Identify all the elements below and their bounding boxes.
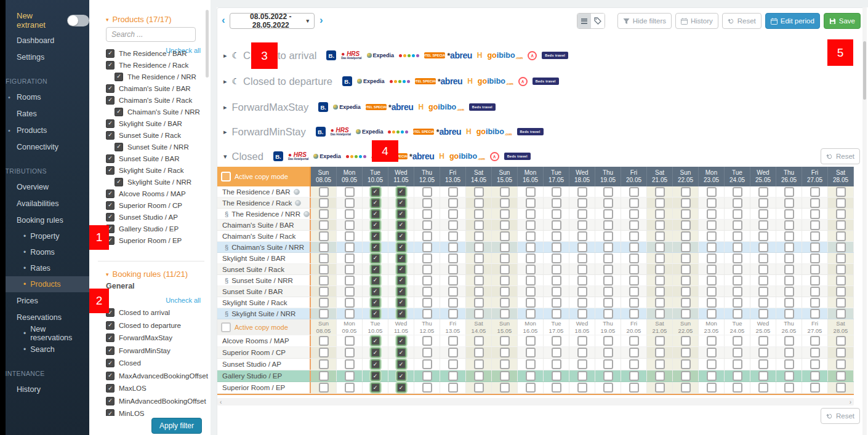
cell-the-residence-bar-17.05[interactable] — [544, 186, 569, 197]
grid-checkbox[interactable] — [836, 242, 846, 252]
cell-chaiman-s-suite-bar-12.05[interactable] — [414, 220, 440, 230]
grid-checkbox[interactable] — [733, 348, 742, 357]
cell-chaiman-s-suite-bar-11.05[interactable]: ✓ — [388, 220, 414, 230]
grid-checkbox-checked[interactable]: ✓ — [371, 265, 380, 274]
grid-checkbox[interactable] — [422, 309, 432, 319]
grid-checkbox[interactable] — [836, 231, 846, 241]
cell-the-residence-nrr-08.05[interactable] — [311, 209, 337, 219]
cell-skylight-suite-rack-10.05[interactable]: ✓ — [363, 297, 388, 308]
cell-chaiman-s-suite-rack-16.05[interactable] — [518, 231, 544, 241]
cell-sunset-suite-rack-12.05[interactable] — [414, 264, 440, 274]
cell-sunset-suite-nrr-25.05[interactable] — [750, 275, 776, 285]
grid-checkbox[interactable] — [500, 198, 510, 208]
grid-checkbox[interactable] — [810, 265, 820, 274]
grid-checkbox[interactable] — [422, 187, 432, 197]
cell-alcove-rooms-map-15.05[interactable] — [492, 335, 518, 346]
checked-checkbox-icon[interactable]: ✓ — [106, 96, 115, 105]
cell-superior-room-ep-22.05[interactable] — [673, 382, 699, 393]
grid-checkbox[interactable] — [448, 383, 458, 393]
cell-alcove-rooms-map-13.05[interactable] — [440, 335, 466, 346]
cell-sunset-studio-ap-27.05[interactable] — [802, 359, 828, 370]
cell-gallery-studio-ep-13.05[interactable] — [440, 370, 466, 381]
grid-checkbox[interactable] — [836, 383, 846, 393]
grid-checkbox[interactable] — [836, 187, 846, 197]
cell-sunset-suite-bar-10.05[interactable]: ✓ — [363, 286, 388, 297]
cell-alcove-rooms-map-24.05[interactable] — [725, 335, 750, 346]
grid-checkbox[interactable] — [526, 336, 536, 346]
product-filter-skylight-suite-bar[interactable]: ✓Skylight Suite / BAR — [106, 118, 206, 129]
cell-the-residence-bar-08.05[interactable] — [311, 186, 337, 197]
cell-the-residence-nrr-28.05[interactable] — [828, 209, 854, 219]
cell-sunset-suite-bar-18.05[interactable] — [569, 286, 595, 297]
cell-the-residence-nrr-14.05[interactable] — [466, 209, 492, 219]
edit-period-button[interactable]: Edit period — [765, 13, 820, 29]
cell-the-residence-nrr-27.05[interactable] — [802, 209, 828, 219]
grid-checkbox[interactable] — [319, 220, 329, 230]
grid-checkbox-checked[interactable]: ✓ — [371, 220, 380, 230]
grid-checkbox-checked[interactable]: ✓ — [396, 371, 406, 381]
search-input[interactable] — [106, 27, 196, 42]
cell-superior-room-ep-09.05[interactable] — [337, 382, 363, 393]
grid-checkbox-checked[interactable]: ✓ — [396, 359, 406, 369]
grid-checkbox[interactable] — [526, 383, 536, 393]
checked-checkbox-icon[interactable]: ✓ — [106, 321, 115, 330]
cell-the-residence-bar-25.05[interactable] — [750, 186, 776, 197]
hide-filters-button[interactable]: Hide filters — [617, 13, 672, 29]
new-extranet-toggle[interactable] — [67, 15, 89, 26]
grid-checkbox-checked[interactable]: ✓ — [396, 348, 406, 357]
cell-skylight-suite-bar-09.05[interactable] — [337, 253, 363, 263]
cell-superior-room-ep-18.05[interactable] — [569, 382, 595, 393]
grid-checkbox[interactable] — [681, 371, 691, 381]
cell-sunset-suite-bar-19.05[interactable] — [595, 286, 621, 297]
checked-checkbox-icon[interactable]: ✓ — [106, 119, 115, 128]
cell-skylight-suite-rack-14.05[interactable] — [466, 297, 492, 308]
cell-skylight-suite-bar-16.05[interactable] — [518, 253, 544, 263]
cell-chaiman-s-suite-rack-17.05[interactable] — [544, 231, 569, 241]
grid-checkbox[interactable] — [733, 265, 742, 274]
column-header-14.05[interactable]: Sat14.05 — [466, 167, 492, 186]
cell-the-residence-rack-10.05[interactable]: ✓ — [363, 198, 388, 208]
grid-checkbox[interactable] — [552, 242, 561, 252]
cell-chaiman-s-suite-nrr-19.05[interactable] — [595, 242, 621, 252]
grid-checkbox[interactable] — [577, 287, 587, 297]
cell-superior-room-cp-12.05[interactable] — [414, 347, 440, 358]
grid-checkbox[interactable] — [681, 231, 691, 241]
cell-gallery-studio-ep-28.05[interactable] — [828, 370, 854, 381]
cell-sunset-suite-bar-14.05[interactable] — [466, 286, 492, 297]
grid-checkbox[interactable] — [319, 348, 329, 357]
cell-the-residence-bar-21.05[interactable] — [647, 186, 673, 197]
cell-sunset-suite-nrr-14.05[interactable] — [466, 275, 492, 285]
grid-checkbox-checked[interactable]: ✓ — [396, 198, 406, 208]
sidebar-item-rooms[interactable]: •Rooms — [0, 244, 89, 260]
grid-checkbox[interactable] — [603, 209, 613, 219]
cell-the-residence-rack-18.05[interactable] — [569, 198, 595, 208]
grid-checkbox-checked[interactable]: ✓ — [371, 276, 380, 285]
cell-skylight-suite-bar-24.05[interactable] — [725, 253, 750, 263]
cell-gallery-studio-ep-21.05[interactable] — [647, 370, 673, 381]
cell-skylight-suite-bar-15.05[interactable] — [492, 253, 518, 263]
cell-alcove-rooms-map-09.05[interactable] — [337, 335, 363, 346]
cell-chaiman-s-suite-nrr-25.05[interactable] — [750, 242, 776, 252]
grid-checkbox[interactable] — [345, 198, 355, 208]
grid-checkbox[interactable] — [603, 371, 613, 381]
grid-checkbox[interactable] — [681, 348, 691, 357]
cell-chaiman-s-suite-bar-26.05[interactable] — [776, 220, 802, 230]
grid-checkbox[interactable] — [577, 298, 587, 308]
cell-alcove-rooms-map-23.05[interactable] — [699, 335, 725, 346]
grid-checkbox[interactable] — [345, 209, 355, 219]
cell-chaiman-s-suite-nrr-20.05[interactable] — [621, 242, 647, 252]
grid-checkbox[interactable] — [733, 198, 742, 208]
grid-checkbox[interactable] — [603, 359, 613, 369]
cell-superior-room-ep-21.05[interactable] — [647, 382, 673, 393]
chevron-right-icon[interactable]: ▸ — [223, 78, 227, 86]
grid-checkbox-checked[interactable]: ✓ — [396, 187, 406, 197]
cell-superior-room-ep-12.05[interactable] — [414, 382, 440, 393]
cell-superior-room-ep-08.05[interactable] — [311, 382, 337, 393]
grid-checkbox[interactable] — [655, 298, 665, 308]
cell-chaiman-s-suite-rack-14.05[interactable] — [466, 231, 492, 241]
sidebar-item-booking-rules[interactable]: Booking rules — [0, 212, 89, 228]
cell-chaiman-s-suite-bar-14.05[interactable] — [466, 220, 492, 230]
checked-checkbox-icon[interactable]: ✓ — [106, 213, 115, 221]
grid-checkbox[interactable] — [474, 231, 484, 241]
checked-checkbox-icon[interactable]: ✓ — [106, 346, 115, 355]
